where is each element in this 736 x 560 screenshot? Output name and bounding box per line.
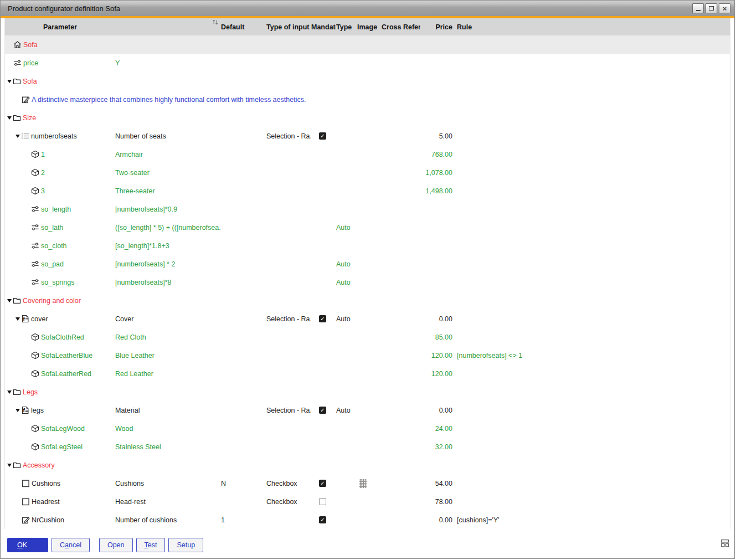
mandatory-cell (311, 237, 336, 255)
type-value (336, 383, 357, 401)
collapse-triangle-icon[interactable] (7, 80, 12, 83)
mandatory-checkbox-checked[interactable]: ✓ (319, 132, 326, 140)
price-value: 78.00 (420, 492, 455, 511)
sliders-icon (31, 278, 39, 286)
mandatory-checkbox-checked[interactable]: ✓ (319, 407, 326, 414)
table-row[interactable]: Sofa (5, 72, 730, 90)
collapse-triangle-icon[interactable] (16, 317, 20, 321)
cube-icon (31, 443, 39, 451)
collapse-triangle-icon[interactable] (7, 116, 12, 120)
column-header-cross-reference[interactable]: Cross Reference (382, 23, 420, 31)
column-header-price[interactable]: Price (420, 23, 455, 31)
type-of-input-value (266, 273, 311, 291)
table-row[interactable]: Covering and color (5, 291, 730, 310)
image-thumbnail[interactable] (359, 479, 367, 488)
maximize-icon (709, 6, 714, 11)
table-row[interactable]: f=legsMaterialSelection - Ra...✓Auto0.00 (5, 401, 730, 419)
product-configurator-window: Product configurator definition Sofa × P… (0, 0, 735, 559)
form-layout-icon[interactable] (720, 538, 730, 548)
rule-value (455, 145, 730, 163)
table-row[interactable]: SofaLeatherBlueBlue Leather120.00[number… (5, 346, 730, 364)
column-header-parameter[interactable]: Parameter (5, 23, 115, 31)
table-row[interactable]: priceY (5, 54, 730, 72)
table-row[interactable]: so_length[numberofseats]*0.9 (5, 200, 730, 218)
table-row[interactable]: SofaLeatherRedRed Leather120.00 (5, 364, 730, 383)
column-header-mandatory[interactable]: Mandatory (311, 23, 336, 31)
table-row[interactable]: so_cloth[so_length]*1.8+3 (5, 237, 730, 255)
parameter-name: SofaLegWood (41, 425, 85, 433)
parameter-name: SofaLeatherRed (41, 370, 91, 378)
column-header-rule[interactable]: Rule (455, 23, 730, 31)
table-row[interactable]: A distinctive masterpiece that combines … (5, 90, 730, 109)
mandatory-checkbox-unchecked[interactable] (319, 498, 326, 505)
mandatory-cell: ✓ (311, 511, 336, 529)
table-row[interactable]: numberofseatsNumber of seatsSelection - … (5, 127, 730, 145)
maximize-button[interactable] (706, 3, 717, 13)
parameter-name: so_cloth (41, 242, 67, 250)
image-cell (357, 54, 382, 72)
sort-icon[interactable] (212, 19, 219, 25)
mandatory-cell (311, 255, 336, 273)
cross-reference-value (382, 90, 420, 109)
table-row[interactable]: Legs (5, 383, 730, 401)
parameter-name: legs (31, 407, 44, 414)
ok-button[interactable]: OK (7, 538, 48, 552)
minimize-button[interactable] (692, 3, 704, 13)
parameter-label (115, 35, 221, 54)
mandatory-checkbox-checked[interactable]: ✓ (319, 315, 326, 322)
rule-value (455, 255, 730, 273)
table-row[interactable]: Sofa (5, 35, 730, 54)
cross-reference-value (382, 291, 420, 310)
folder-icon (13, 461, 21, 469)
cross-reference-value (382, 419, 420, 438)
collapse-triangle-icon[interactable] (7, 299, 12, 302)
sliders-icon (13, 59, 22, 67)
svg-text:f=: f= (23, 408, 28, 413)
collapse-triangle-icon[interactable] (16, 409, 20, 412)
price-value (420, 109, 455, 127)
table-row[interactable]: Accessory (5, 456, 730, 474)
open-button[interactable]: Open (99, 538, 133, 552)
column-header-image[interactable]: Image (357, 23, 382, 31)
column-header-type[interactable]: Type (336, 23, 357, 31)
table-row[interactable]: Size (5, 109, 730, 127)
mandatory-cell (311, 456, 336, 474)
mandatory-checkbox-checked[interactable]: ✓ (319, 516, 326, 523)
table-row[interactable]: 3Three-seater1,498.00 (5, 182, 730, 200)
table-row[interactable]: so_lath([so_length] * 5) + (([numberofse… (5, 218, 730, 237)
parameter-label (115, 383, 221, 401)
test-button[interactable]: Test (136, 538, 166, 552)
table-row[interactable]: NrCushionNumber of cushions1✓0.00[cushio… (5, 511, 730, 529)
table-row[interactable]: HeadrestHead-restCheckbox78.00 (5, 492, 730, 511)
cross-reference-value (382, 401, 420, 419)
table-row[interactable]: 1Armchair768.00 (5, 145, 730, 163)
table-row[interactable]: SofaLegSteelStainless Steel32.00 (5, 438, 730, 456)
collapse-triangle-icon[interactable] (7, 464, 12, 467)
price-value: 1,078.00 (420, 163, 455, 182)
close-button[interactable]: × (719, 3, 730, 13)
setup-button[interactable]: Setup (168, 538, 203, 552)
collapse-triangle-icon[interactable] (16, 135, 20, 138)
table-row[interactable]: SofaLegWoodWood24.00 (5, 419, 730, 438)
column-header-default[interactable]: Default (221, 23, 266, 31)
cube-icon (31, 333, 39, 341)
cancel-button[interactable]: Cancel (52, 538, 90, 552)
price-value (420, 54, 455, 72)
footer-bar: OKCancelOpenTestSetup (1, 529, 734, 560)
table-row[interactable]: SofaClothRedRed Cloth85.00 (5, 328, 730, 346)
collapse-triangle-icon[interactable] (7, 391, 12, 394)
type-value (336, 346, 357, 364)
mandatory-checkbox-checked[interactable]: ✓ (319, 480, 326, 487)
table-row[interactable]: 2Two-seater1,078.00 (5, 163, 730, 182)
table-row[interactable]: so_springs[numberofseats]*8Auto (5, 273, 730, 291)
table-row[interactable]: f=coverCoverSelection - Ra...✓Auto0.00 (5, 310, 730, 328)
table-row[interactable]: so_pad[numberofseats] * 2Auto (5, 255, 730, 273)
type-value (336, 200, 357, 218)
window-title: Product configurator definition Sofa (1, 4, 120, 13)
type-value (336, 492, 357, 511)
column-header-type-of-input[interactable]: Type of input (266, 23, 311, 31)
table-row[interactable]: CushionsCushionsNCheckbox✓54.00 (5, 474, 730, 492)
type-of-input-value: Selection - Ra... (266, 127, 311, 145)
type-of-input-value (266, 383, 311, 401)
rule-value (455, 474, 730, 492)
